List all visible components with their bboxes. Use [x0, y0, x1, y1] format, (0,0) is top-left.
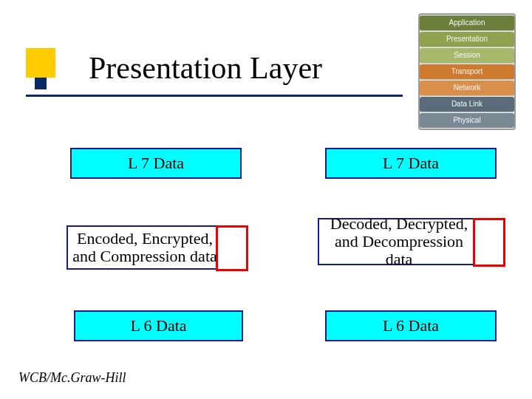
osi-stack: Application Presentation Session Transpo… — [418, 13, 516, 130]
box-l6-data-right-label: L 6 Data — [383, 316, 439, 335]
box-l6-data-left: L 6 Data — [74, 310, 243, 341]
osi-layer-transport: Transport — [420, 64, 514, 80]
box-l7-data-right-label: L 7 Data — [383, 154, 439, 173]
footer-credit: WCB/Mc.Graw-Hill — [18, 370, 126, 386]
decor-square-yellow — [26, 48, 55, 78]
slide-title: Presentation Layer — [89, 50, 322, 86]
box-l7-data-right: L 7 Data — [325, 148, 497, 179]
box-l7-data-left-label: L 7 Data — [128, 154, 184, 173]
box-decoded-right-label: Decoded, Decrypted, and Decompression da… — [319, 215, 504, 269]
osi-layer-physical: Physical — [420, 113, 514, 128]
box-encoded-left: Encoded, Encrypted, and Compression data — [66, 225, 248, 270]
box-l6-data-left-label: L 6 Data — [130, 316, 186, 335]
box-encoded-left-label: Encoded, Encrypted, and Compression data — [68, 230, 247, 265]
osi-layer-application: Application — [420, 16, 514, 31]
box-l6-data-right: L 6 Data — [325, 310, 497, 341]
title-underline — [26, 95, 403, 97]
osi-layer-session: Session — [420, 48, 514, 64]
slide: Presentation Layer Application Presentat… — [0, 0, 532, 399]
osi-layer-presentation: Presentation — [420, 32, 514, 47]
box-decoded-right: Decoded, Decrypted, and Decompression da… — [318, 218, 505, 265]
decor-square-navy — [35, 78, 47, 89]
osi-layer-network: Network — [420, 81, 514, 96]
osi-layer-datalink: Data Link — [420, 97, 514, 112]
box-l7-data-left: L 7 Data — [70, 148, 242, 179]
